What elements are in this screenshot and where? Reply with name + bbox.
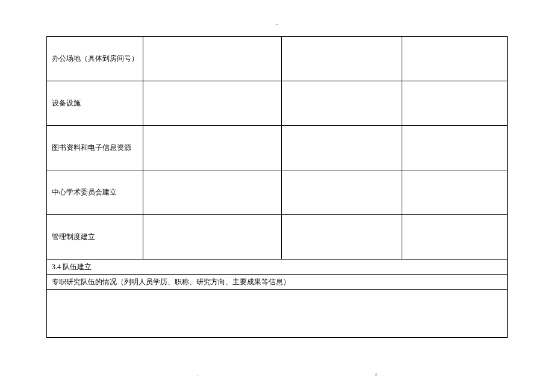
row-label-equipment: 设备设施: [47, 81, 143, 126]
cell: [282, 170, 402, 215]
content-cell: [47, 290, 508, 338]
row-label-management: 管理制度建立: [47, 215, 143, 260]
cell: [282, 126, 402, 170]
cell: [402, 37, 508, 81]
content-row: [47, 290, 508, 338]
section-subtitle: 专职研究队伍的情况（列明人员学历、职称、研究方向、主要成果等信息）: [47, 275, 508, 290]
row-label-library: 图书资料和电子信息资源: [47, 126, 143, 170]
subtitle-row: 专职研究队伍的情况（列明人员学历、职称、研究方向、主要成果等信息）: [47, 275, 508, 290]
cell: [402, 126, 508, 170]
cell: [402, 215, 508, 260]
cell: [282, 215, 402, 260]
table-row: 管理制度建立: [47, 215, 508, 260]
table-row: 图书资料和电子信息资源: [47, 126, 508, 170]
table-row: 办公场地（具体到房间号）: [47, 37, 508, 81]
cell: [143, 170, 282, 215]
cell: [143, 37, 282, 81]
bottom-mark-right: z: [375, 372, 378, 377]
top-page-mark: --: [275, 22, 278, 27]
bottom-mark-left: .: [197, 372, 198, 377]
table-row: 中心学术委员会建立: [47, 170, 508, 215]
row-label-office: 办公场地（具体到房间号）: [47, 37, 143, 81]
cell: [143, 126, 282, 170]
document-page: 办公场地（具体到房间号） 设备设施 图书资料和电子信息资源 中心学术委员会建立 …: [0, 0, 554, 353]
cell: [143, 81, 282, 126]
table-row: 设备设施: [47, 81, 508, 126]
cell: [402, 81, 508, 126]
section-title: 3.4 队伍建立: [47, 260, 508, 275]
cell: [282, 81, 402, 126]
section-header-row: 3.4 队伍建立: [47, 260, 508, 275]
cell: [143, 215, 282, 260]
cell: [282, 37, 402, 81]
row-label-committee: 中心学术委员会建立: [47, 170, 143, 215]
cell: [402, 170, 508, 215]
form-table: 办公场地（具体到房间号） 设备设施 图书资料和电子信息资源 中心学术委员会建立 …: [46, 36, 508, 338]
